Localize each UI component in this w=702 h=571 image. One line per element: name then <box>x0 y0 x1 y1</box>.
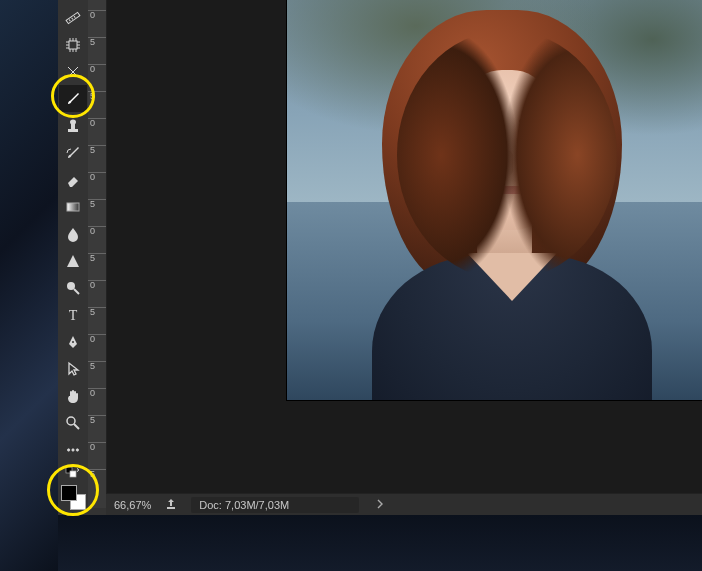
ruler-tick: 5 <box>88 415 106 425</box>
ruler-tick: 5 <box>88 361 106 371</box>
ruler-tick: 5 <box>88 469 106 479</box>
gradient-icon <box>65 199 81 215</box>
doc-info-text: Doc: 7,03M/7,03M <box>199 499 289 511</box>
svg-rect-20 <box>71 124 75 129</box>
default-colors-icon <box>65 464 81 480</box>
share-button[interactable] <box>165 498 177 512</box>
type-tool[interactable]: T <box>59 301 87 328</box>
magnify-dark-tool[interactable] <box>59 274 87 301</box>
svg-point-23 <box>67 282 75 290</box>
chevron-right-icon <box>377 499 383 509</box>
clone-stamp-tool[interactable] <box>59 112 87 139</box>
ruler-tick: 0 <box>88 64 106 74</box>
zoom-level[interactable]: 66,67% <box>114 499 151 511</box>
svg-point-27 <box>67 417 75 425</box>
document-image[interactable] <box>287 0 702 400</box>
pen-icon <box>65 334 81 350</box>
ruler-tick: 0 <box>88 172 106 182</box>
svg-line-2 <box>72 17 73 19</box>
doc-info[interactable]: Doc: 7,03M/7,03M <box>191 497 359 513</box>
ruler-tick: 0 <box>88 280 106 290</box>
ruler-tick: 0 <box>88 118 106 128</box>
svg-rect-33 <box>70 471 76 477</box>
share-icon <box>165 498 177 510</box>
zoom-icon <box>65 415 81 431</box>
svg-text:T: T <box>69 308 78 323</box>
svg-point-30 <box>72 448 74 450</box>
chip-tool[interactable] <box>59 31 87 58</box>
ruler-tool[interactable] <box>59 4 87 31</box>
canvas-area[interactable] <box>106 0 702 508</box>
history-brush-tool[interactable] <box>59 139 87 166</box>
color-swatches[interactable] <box>59 483 87 513</box>
ruler-tick: 5 <box>88 145 106 155</box>
toolbox: T <box>58 0 88 513</box>
svg-point-21 <box>70 119 76 124</box>
ruler-tick: 5 <box>88 91 106 101</box>
crop-icon <box>65 64 81 80</box>
hand-tool[interactable] <box>59 382 87 409</box>
more-tools[interactable] <box>59 436 87 463</box>
zoom-tool[interactable] <box>59 409 87 436</box>
ruler-tick: 5 <box>88 307 106 317</box>
svg-line-28 <box>74 424 79 429</box>
brush-tool[interactable] <box>59 85 87 112</box>
status-bar: 66,67% Doc: 7,03M/7,03M <box>106 493 702 515</box>
svg-point-26 <box>72 341 74 343</box>
hand-icon <box>65 388 81 404</box>
image-subject <box>342 0 662 360</box>
stamp-icon <box>65 118 81 134</box>
desktop-background <box>0 0 58 571</box>
pen-tool[interactable] <box>59 328 87 355</box>
svg-point-29 <box>67 448 69 450</box>
svg-line-1 <box>69 19 70 21</box>
ruler-icon <box>65 10 81 26</box>
arrow-icon <box>65 361 81 377</box>
foreground-color-swatch[interactable] <box>61 485 77 501</box>
blur-tool[interactable] <box>59 220 87 247</box>
eraser-icon <box>65 172 81 188</box>
svg-line-3 <box>74 16 75 18</box>
doc-info-expand[interactable] <box>377 499 383 511</box>
ruler-tick: 0 <box>88 334 106 344</box>
dodge-tool[interactable] <box>59 247 87 274</box>
svg-rect-34 <box>167 507 175 509</box>
svg-rect-22 <box>67 203 79 211</box>
type-icon: T <box>65 307 81 323</box>
ruler-tick: 0 <box>88 226 106 236</box>
default-colors[interactable] <box>59 463 87 481</box>
svg-rect-4 <box>69 41 77 49</box>
magnify-dark-icon <box>65 280 81 296</box>
ruler-tick: 0 <box>88 442 106 452</box>
svg-line-24 <box>74 289 79 294</box>
crop-tool[interactable] <box>59 58 87 85</box>
history-brush-icon <box>65 145 81 161</box>
desktop-strip <box>58 515 702 571</box>
triangle-icon <box>65 253 81 269</box>
ruler-tick: 0 <box>88 10 106 20</box>
ruler-tick: 5 <box>88 199 106 209</box>
brush-icon <box>65 91 81 107</box>
eraser-tool[interactable] <box>59 166 87 193</box>
chip-icon <box>65 37 81 53</box>
gradient-tool[interactable] <box>59 193 87 220</box>
app-window: T 0 5 0 5 0 5 0 5 0 <box>58 0 702 571</box>
ruler-tick: 0 <box>88 388 106 398</box>
svg-rect-0 <box>66 12 80 23</box>
path-select-tool[interactable] <box>59 355 87 382</box>
ruler-tick: 5 <box>88 253 106 263</box>
vertical-ruler[interactable]: 0 5 0 5 0 5 0 5 0 5 0 5 0 5 0 5 0 5 <box>88 0 106 508</box>
ruler-tick: 5 <box>88 37 106 47</box>
svg-point-31 <box>76 448 78 450</box>
droplet-icon <box>65 226 81 242</box>
dots-icon <box>66 442 80 458</box>
svg-rect-19 <box>68 129 78 132</box>
